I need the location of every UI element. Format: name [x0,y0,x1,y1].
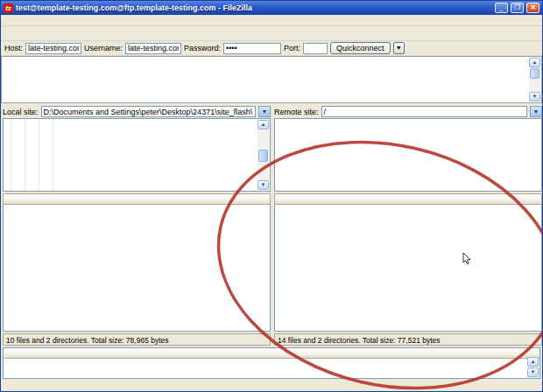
queue-header [4,348,539,359]
scroll-up-icon[interactable]: ▲ [529,58,540,67]
transfer-queue: ▲ ▼ [3,347,540,379]
quickconnect-button[interactable]: Quickconnect [330,42,391,54]
local-status-bar: 10 files and 2 directories. Total size: … [3,333,271,346]
password-label: Password: [184,44,221,52]
minimize-button[interactable]: _ [495,3,508,13]
filezilla-window: fz test@template-testing.com@ftp.templat… [0,0,543,392]
scroll-down-icon[interactable]: ▼ [527,368,539,377]
username-input[interactable] [125,43,181,54]
queue-scrollbar[interactable]: ▲ ▼ [527,356,539,377]
message-log: ▲ ▼ [1,56,542,103]
local-pane: Local site: D:\Documents and Settings\pe… [3,105,271,346]
remote-status-bar: 14 files and 2 directories. Total size: … [274,333,542,346]
scroll-thumb[interactable] [530,68,539,79]
maximize-button[interactable]: ❐ [511,3,524,13]
remote-list-header [274,193,542,205]
password-input[interactable] [223,43,281,54]
queue-tabs [1,379,542,391]
host-input[interactable] [25,43,81,54]
scroll-thumb[interactable] [258,150,268,162]
local-list-header [3,193,271,205]
local-tree: ▲ ▼ [3,118,271,192]
close-button[interactable]: ✕ [526,3,539,13]
local-site-label: Local site: [3,108,39,116]
remote-tree [274,118,542,192]
port-input[interactable] [303,43,328,54]
remote-site-dropdown-icon[interactable]: ▼ [530,106,542,117]
filezilla-logo-icon: fz [4,4,13,13]
main-area: Local site: D:\Documents and Settings\pe… [1,103,542,347]
remote-pane: Remote site: / ▼ 14 files and 2 director… [274,105,542,346]
port-label: Port: [284,44,300,52]
menu-bar [1,15,542,26]
log-scrollbar[interactable]: ▲ ▼ [529,58,540,102]
local-site-combobox[interactable]: D:\Documents and Settings\peter\Desktop\… [41,106,256,117]
quickconnect-bar: Host: Username: Password: Port: Quickcon… [1,41,542,56]
window-title: test@template-testing.com@ftp.template-t… [16,4,492,12]
local-site-dropdown-icon[interactable]: ▼ [258,106,271,117]
local-file-list [3,205,271,332]
toolbar [1,26,542,41]
host-label: Host: [4,44,23,52]
scroll-up-icon[interactable]: ▲ [257,120,269,130]
scroll-down-icon[interactable]: ▼ [529,92,540,102]
local-tree-scrollbar[interactable]: ▲ ▼ [257,120,269,190]
username-label: Username: [84,44,123,52]
scroll-up-icon[interactable]: ▲ [527,357,539,367]
quickconnect-dropdown-icon[interactable]: ▼ [393,42,405,54]
remote-file-list [274,205,542,332]
remote-site-label: Remote site: [274,108,319,116]
remote-site-combobox[interactable]: / [321,106,527,117]
scroll-down-icon[interactable]: ▼ [257,180,269,190]
title-bar[interactable]: fz test@template-testing.com@ftp.templat… [1,1,542,15]
